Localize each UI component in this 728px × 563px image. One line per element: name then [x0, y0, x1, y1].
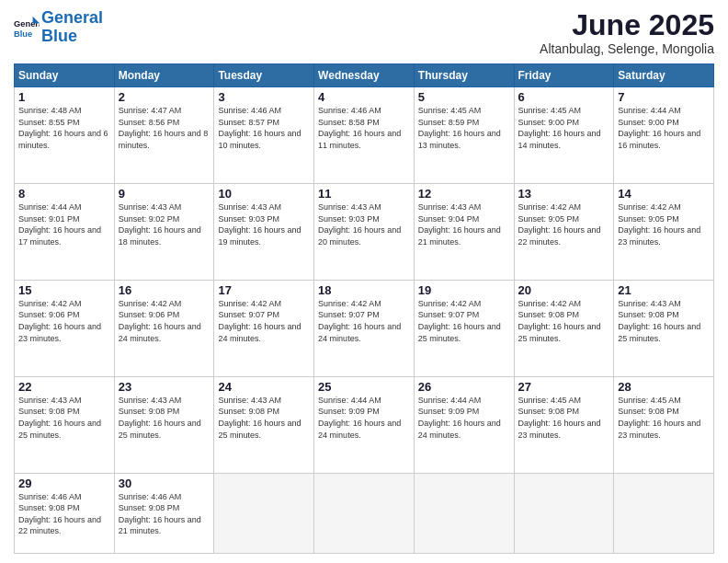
calendar-cell: 26Sunrise: 4:44 AMSunset: 9:09 PMDayligh…: [414, 376, 514, 473]
calendar-cell: 2Sunrise: 4:47 AMSunset: 8:56 PMDaylight…: [114, 87, 214, 184]
calendar-cell: 10Sunrise: 4:43 AMSunset: 9:03 PMDayligh…: [214, 184, 314, 281]
week-row-5: 29Sunrise: 4:46 AMSunset: 9:08 PMDayligh…: [15, 473, 714, 553]
calendar-cell: 16Sunrise: 4:42 AMSunset: 9:06 PMDayligh…: [114, 280, 214, 376]
cell-info: Sunrise: 4:42 AMSunset: 9:07 PMDaylight:…: [218, 298, 310, 344]
col-friday: Friday: [514, 64, 614, 87]
day-number: 9: [119, 187, 210, 201]
calendar-cell: [314, 473, 415, 553]
cell-info: Sunrise: 4:44 AMSunset: 9:09 PMDaylight:…: [318, 395, 410, 441]
cell-info: Sunrise: 4:43 AMSunset: 9:08 PMDaylight:…: [218, 395, 310, 441]
week-row-1: 1Sunrise: 4:48 AMSunset: 8:55 PMDaylight…: [15, 87, 714, 184]
day-number: 1: [18, 90, 110, 104]
day-number: 4: [318, 90, 410, 104]
calendar-cell: 19Sunrise: 4:42 AMSunset: 9:07 PMDayligh…: [414, 280, 514, 376]
cell-info: Sunrise: 4:42 AMSunset: 9:07 PMDaylight:…: [418, 298, 510, 344]
day-number: 13: [518, 187, 610, 201]
cell-info: Sunrise: 4:43 AMSunset: 9:03 PMDaylight:…: [318, 201, 410, 247]
cell-info: Sunrise: 4:46 AMSunset: 8:57 PMDaylight:…: [218, 105, 310, 151]
calendar-cell: 11Sunrise: 4:43 AMSunset: 9:03 PMDayligh…: [314, 184, 415, 281]
logo-text: General Blue: [41, 9, 103, 46]
calendar-cell: 20Sunrise: 4:42 AMSunset: 9:08 PMDayligh…: [514, 280, 614, 376]
cell-info: Sunrise: 4:48 AMSunset: 8:55 PMDaylight:…: [18, 105, 110, 151]
col-thursday: Thursday: [414, 64, 514, 87]
day-number: 5: [418, 90, 510, 104]
calendar-cell: [514, 473, 614, 553]
day-number: 11: [318, 187, 410, 201]
cell-info: Sunrise: 4:42 AMSunset: 9:06 PMDaylight:…: [119, 298, 210, 344]
day-number: 12: [418, 187, 510, 201]
calendar-cell: [214, 473, 314, 553]
day-number: 7: [618, 90, 710, 104]
calendar-cell: [614, 473, 714, 553]
day-number: 24: [218, 380, 310, 394]
cell-info: Sunrise: 4:47 AMSunset: 8:56 PMDaylight:…: [119, 105, 210, 151]
calendar-cell: 7Sunrise: 4:44 AMSunset: 9:00 PMDaylight…: [614, 87, 714, 184]
logo-icon: General Blue: [14, 15, 40, 40]
logo: General Blue General Blue: [14, 9, 103, 46]
calendar-cell: 28Sunrise: 4:45 AMSunset: 9:08 PMDayligh…: [614, 376, 714, 473]
calendar-cell: 13Sunrise: 4:42 AMSunset: 9:05 PMDayligh…: [514, 184, 614, 281]
header-row: Sunday Monday Tuesday Wednesday Thursday…: [15, 64, 714, 87]
cell-info: Sunrise: 4:43 AMSunset: 9:08 PMDaylight:…: [618, 298, 710, 344]
calendar-cell: [414, 473, 514, 553]
cell-info: Sunrise: 4:42 AMSunset: 9:06 PMDaylight:…: [18, 298, 110, 344]
cell-info: Sunrise: 4:43 AMSunset: 9:08 PMDaylight:…: [119, 395, 210, 441]
cell-info: Sunrise: 4:42 AMSunset: 9:05 PMDaylight:…: [518, 201, 610, 247]
calendar-cell: 8Sunrise: 4:44 AMSunset: 9:01 PMDaylight…: [15, 184, 115, 281]
week-row-3: 15Sunrise: 4:42 AMSunset: 9:06 PMDayligh…: [15, 280, 714, 376]
cell-info: Sunrise: 4:43 AMSunset: 9:02 PMDaylight:…: [119, 201, 210, 247]
col-tuesday: Tuesday: [214, 64, 314, 87]
cell-info: Sunrise: 4:42 AMSunset: 9:08 PMDaylight:…: [518, 298, 610, 344]
calendar-cell: 3Sunrise: 4:46 AMSunset: 8:57 PMDaylight…: [214, 87, 314, 184]
day-number: 30: [119, 477, 210, 490]
cell-info: Sunrise: 4:46 AMSunset: 9:08 PMDaylight:…: [119, 491, 210, 537]
calendar-cell: 24Sunrise: 4:43 AMSunset: 9:08 PMDayligh…: [214, 376, 314, 473]
day-number: 6: [518, 90, 610, 104]
calendar-cell: 29Sunrise: 4:46 AMSunset: 9:08 PMDayligh…: [15, 473, 115, 553]
cell-info: Sunrise: 4:46 AMSunset: 9:08 PMDaylight:…: [18, 491, 110, 537]
day-number: 17: [218, 283, 310, 297]
day-number: 2: [119, 90, 210, 104]
day-number: 29: [18, 477, 110, 490]
month-title: June 2025: [540, 9, 714, 41]
cell-info: Sunrise: 4:43 AMSunset: 9:03 PMDaylight:…: [218, 201, 310, 247]
cell-info: Sunrise: 4:43 AMSunset: 9:08 PMDaylight:…: [18, 395, 110, 441]
svg-text:Blue: Blue: [14, 29, 32, 39]
day-number: 10: [218, 187, 310, 201]
calendar-cell: 1Sunrise: 4:48 AMSunset: 8:55 PMDaylight…: [15, 87, 115, 184]
day-number: 8: [18, 187, 110, 201]
calendar-cell: 17Sunrise: 4:42 AMSunset: 9:07 PMDayligh…: [214, 280, 314, 376]
calendar-cell: 23Sunrise: 4:43 AMSunset: 9:08 PMDayligh…: [114, 376, 214, 473]
location: Altanbulag, Selenge, Mongolia: [540, 41, 714, 56]
week-row-2: 8Sunrise: 4:44 AMSunset: 9:01 PMDaylight…: [15, 184, 714, 281]
calendar-cell: 27Sunrise: 4:45 AMSunset: 9:08 PMDayligh…: [514, 376, 614, 473]
calendar-cell: 4Sunrise: 4:46 AMSunset: 8:58 PMDaylight…: [314, 87, 415, 184]
day-number: 15: [18, 283, 110, 297]
cell-info: Sunrise: 4:42 AMSunset: 9:05 PMDaylight:…: [618, 201, 710, 247]
cell-info: Sunrise: 4:45 AMSunset: 9:00 PMDaylight:…: [518, 105, 610, 151]
calendar-cell: 22Sunrise: 4:43 AMSunset: 9:08 PMDayligh…: [15, 376, 115, 473]
calendar-cell: 12Sunrise: 4:43 AMSunset: 9:04 PMDayligh…: [414, 184, 514, 281]
week-row-4: 22Sunrise: 4:43 AMSunset: 9:08 PMDayligh…: [15, 376, 714, 473]
day-number: 19: [418, 283, 510, 297]
calendar-cell: 9Sunrise: 4:43 AMSunset: 9:02 PMDaylight…: [114, 184, 214, 281]
cell-info: Sunrise: 4:45 AMSunset: 9:08 PMDaylight:…: [618, 395, 710, 441]
calendar-cell: 6Sunrise: 4:45 AMSunset: 9:00 PMDaylight…: [514, 87, 614, 184]
calendar-cell: 5Sunrise: 4:45 AMSunset: 8:59 PMDaylight…: [414, 87, 514, 184]
day-number: 27: [518, 380, 610, 394]
day-number: 18: [318, 283, 410, 297]
day-number: 20: [518, 283, 610, 297]
calendar-cell: 30Sunrise: 4:46 AMSunset: 9:08 PMDayligh…: [114, 473, 214, 553]
cell-info: Sunrise: 4:44 AMSunset: 9:00 PMDaylight:…: [618, 105, 710, 151]
day-number: 14: [618, 187, 710, 201]
cell-info: Sunrise: 4:44 AMSunset: 9:09 PMDaylight:…: [418, 395, 510, 441]
calendar-table: Sunday Monday Tuesday Wednesday Thursday…: [14, 63, 714, 554]
day-number: 26: [418, 380, 510, 394]
calendar-cell: 25Sunrise: 4:44 AMSunset: 9:09 PMDayligh…: [314, 376, 415, 473]
header: General Blue General Blue June 2025 Alta…: [14, 9, 714, 56]
cell-info: Sunrise: 4:45 AMSunset: 9:08 PMDaylight:…: [518, 395, 610, 441]
calendar-cell: 14Sunrise: 4:42 AMSunset: 9:05 PMDayligh…: [614, 184, 714, 281]
logo-blue: Blue: [41, 27, 77, 45]
day-number: 28: [618, 380, 710, 394]
col-monday: Monday: [114, 64, 214, 87]
